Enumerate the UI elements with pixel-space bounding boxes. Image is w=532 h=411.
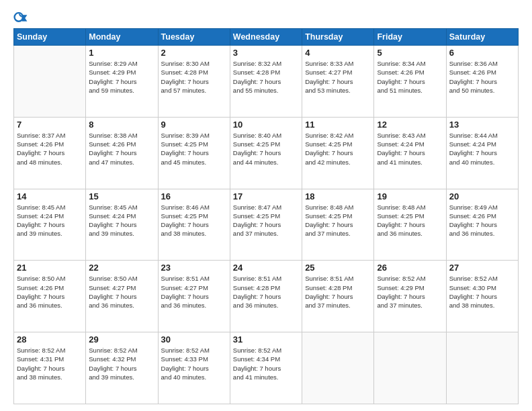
weekday-header-thursday: Thursday [302, 29, 374, 46]
calendar-cell: 14Sunrise: 8:45 AM Sunset: 4:24 PM Dayli… [14, 189, 86, 261]
day-number: 20 [449, 191, 515, 201]
day-info: Sunrise: 8:33 AM Sunset: 4:27 PM Dayligh… [305, 59, 371, 95]
calendar-cell: 9Sunrise: 8:39 AM Sunset: 4:25 PM Daylig… [158, 117, 230, 189]
day-number: 28 [17, 334, 83, 345]
day-info: Sunrise: 8:49 AM Sunset: 4:26 PM Dayligh… [449, 203, 515, 238]
week-row-2: 14Sunrise: 8:45 AM Sunset: 4:24 PM Dayli… [14, 189, 519, 261]
day-info: Sunrise: 8:51 AM Sunset: 4:28 PM Dayligh… [233, 274, 299, 310]
calendar-cell: 1Sunrise: 8:29 AM Sunset: 4:29 PM Daylig… [86, 46, 158, 118]
calendar-cell: 30Sunrise: 8:52 AM Sunset: 4:33 PM Dayli… [158, 332, 230, 404]
calendar-cell: 22Sunrise: 8:50 AM Sunset: 4:27 PM Dayli… [86, 261, 158, 332]
calendar-cell [14, 46, 86, 118]
svg-point-0 [15, 13, 24, 21]
calendar-cell: 27Sunrise: 8:52 AM Sunset: 4:30 PM Dayli… [446, 261, 518, 332]
day-info: Sunrise: 8:45 AM Sunset: 4:24 PM Dayligh… [17, 203, 83, 238]
day-number: 1 [89, 48, 154, 58]
day-number: 18 [305, 191, 371, 201]
day-info: Sunrise: 8:50 AM Sunset: 4:27 PM Dayligh… [89, 274, 154, 310]
day-info: Sunrise: 8:48 AM Sunset: 4:25 PM Dayligh… [305, 203, 371, 238]
logo-icon [13, 11, 28, 26]
day-info: Sunrise: 8:52 AM Sunset: 4:30 PM Dayligh… [449, 274, 515, 310]
calendar-cell: 19Sunrise: 8:48 AM Sunset: 4:25 PM Dayli… [374, 189, 446, 261]
day-number: 27 [449, 263, 515, 273]
day-info: Sunrise: 8:40 AM Sunset: 4:25 PM Dayligh… [233, 131, 299, 167]
calendar-cell: 12Sunrise: 8:43 AM Sunset: 4:24 PM Dayli… [374, 117, 446, 189]
day-info: Sunrise: 8:52 AM Sunset: 4:29 PM Dayligh… [377, 274, 443, 310]
day-info: Sunrise: 8:52 AM Sunset: 4:34 PM Dayligh… [233, 346, 299, 381]
calendar-cell: 13Sunrise: 8:44 AM Sunset: 4:24 PM Dayli… [446, 117, 518, 189]
day-info: Sunrise: 8:42 AM Sunset: 4:25 PM Dayligh… [305, 131, 371, 167]
day-info: Sunrise: 8:32 AM Sunset: 4:28 PM Dayligh… [233, 59, 299, 95]
weekday-header-friday: Friday [374, 29, 446, 46]
week-row-1: 7Sunrise: 8:37 AM Sunset: 4:26 PM Daylig… [14, 117, 519, 189]
day-info: Sunrise: 8:36 AM Sunset: 4:26 PM Dayligh… [449, 59, 515, 95]
day-number: 9 [161, 120, 227, 130]
day-number: 23 [161, 263, 227, 273]
day-info: Sunrise: 8:52 AM Sunset: 4:33 PM Dayligh… [161, 346, 227, 381]
calendar-cell: 18Sunrise: 8:48 AM Sunset: 4:25 PM Dayli… [302, 189, 374, 261]
day-info: Sunrise: 8:48 AM Sunset: 4:25 PM Dayligh… [377, 203, 443, 238]
calendar-cell [446, 332, 518, 404]
day-info: Sunrise: 8:52 AM Sunset: 4:32 PM Dayligh… [89, 346, 154, 381]
day-number: 4 [305, 48, 371, 58]
day-info: Sunrise: 8:38 AM Sunset: 4:26 PM Dayligh… [89, 131, 154, 167]
week-row-4: 28Sunrise: 8:52 AM Sunset: 4:31 PM Dayli… [14, 332, 519, 404]
day-number: 24 [233, 263, 299, 273]
day-number: 17 [233, 191, 299, 201]
day-number: 10 [233, 120, 299, 130]
day-info: Sunrise: 8:29 AM Sunset: 4:29 PM Dayligh… [89, 59, 154, 95]
week-row-3: 21Sunrise: 8:50 AM Sunset: 4:26 PM Dayli… [14, 261, 519, 332]
calendar-cell: 10Sunrise: 8:40 AM Sunset: 4:25 PM Dayli… [230, 117, 302, 189]
day-number: 21 [17, 263, 83, 273]
day-info: Sunrise: 8:47 AM Sunset: 4:25 PM Dayligh… [233, 203, 299, 238]
calendar-cell: 2Sunrise: 8:30 AM Sunset: 4:28 PM Daylig… [158, 46, 230, 118]
header [13, 11, 519, 26]
calendar-cell: 5Sunrise: 8:34 AM Sunset: 4:26 PM Daylig… [374, 46, 446, 118]
day-info: Sunrise: 8:30 AM Sunset: 4:28 PM Dayligh… [161, 59, 227, 95]
week-row-0: 1Sunrise: 8:29 AM Sunset: 4:29 PM Daylig… [14, 46, 519, 118]
calendar-cell: 31Sunrise: 8:52 AM Sunset: 4:34 PM Dayli… [230, 332, 302, 404]
calendar-cell: 25Sunrise: 8:51 AM Sunset: 4:28 PM Dayli… [302, 261, 374, 332]
weekday-header-wednesday: Wednesday [230, 29, 302, 46]
day-info: Sunrise: 8:46 AM Sunset: 4:25 PM Dayligh… [161, 203, 227, 238]
calendar-cell: 4Sunrise: 8:33 AM Sunset: 4:27 PM Daylig… [302, 46, 374, 118]
day-number: 31 [233, 334, 299, 345]
day-info: Sunrise: 8:44 AM Sunset: 4:24 PM Dayligh… [449, 131, 515, 167]
weekday-header-saturday: Saturday [446, 29, 518, 46]
calendar-cell: 8Sunrise: 8:38 AM Sunset: 4:26 PM Daylig… [86, 117, 158, 189]
calendar-cell: 6Sunrise: 8:36 AM Sunset: 4:26 PM Daylig… [446, 46, 518, 118]
day-info: Sunrise: 8:50 AM Sunset: 4:26 PM Dayligh… [17, 274, 83, 310]
day-number: 6 [449, 48, 515, 58]
day-number: 7 [17, 120, 83, 130]
weekday-header-tuesday: Tuesday [158, 29, 230, 46]
calendar-cell: 21Sunrise: 8:50 AM Sunset: 4:26 PM Dayli… [14, 261, 86, 332]
calendar-cell: 20Sunrise: 8:49 AM Sunset: 4:26 PM Dayli… [446, 189, 518, 261]
day-info: Sunrise: 8:39 AM Sunset: 4:25 PM Dayligh… [161, 131, 227, 167]
calendar-cell [302, 332, 374, 404]
day-number: 13 [449, 120, 515, 130]
calendar-cell: 16Sunrise: 8:46 AM Sunset: 4:25 PM Dayli… [158, 189, 230, 261]
calendar-cell: 11Sunrise: 8:42 AM Sunset: 4:25 PM Dayli… [302, 117, 374, 189]
weekday-header-sunday: Sunday [14, 29, 86, 46]
calendar-cell: 26Sunrise: 8:52 AM Sunset: 4:29 PM Dayli… [374, 261, 446, 332]
day-number: 15 [89, 191, 154, 201]
calendar-cell: 15Sunrise: 8:45 AM Sunset: 4:24 PM Dayli… [86, 189, 158, 261]
logo [13, 11, 31, 26]
calendar-cell: 24Sunrise: 8:51 AM Sunset: 4:28 PM Dayli… [230, 261, 302, 332]
day-number: 14 [17, 191, 83, 201]
day-number: 26 [377, 263, 443, 273]
day-number: 30 [161, 334, 227, 345]
day-number: 5 [377, 48, 443, 58]
day-number: 8 [89, 120, 154, 130]
day-number: 11 [305, 120, 371, 130]
day-number: 12 [377, 120, 443, 130]
day-info: Sunrise: 8:52 AM Sunset: 4:31 PM Dayligh… [17, 346, 83, 381]
day-number: 16 [161, 191, 227, 201]
day-number: 2 [161, 48, 227, 58]
calendar-cell: 3Sunrise: 8:32 AM Sunset: 4:28 PM Daylig… [230, 46, 302, 118]
weekday-header-monday: Monday [86, 29, 158, 46]
day-info: Sunrise: 8:37 AM Sunset: 4:26 PM Dayligh… [17, 131, 83, 167]
page: SundayMondayTuesdayWednesdayThursdayFrid… [0, 0, 532, 411]
calendar-cell: 28Sunrise: 8:52 AM Sunset: 4:31 PM Dayli… [14, 332, 86, 404]
day-number: 25 [305, 263, 371, 273]
